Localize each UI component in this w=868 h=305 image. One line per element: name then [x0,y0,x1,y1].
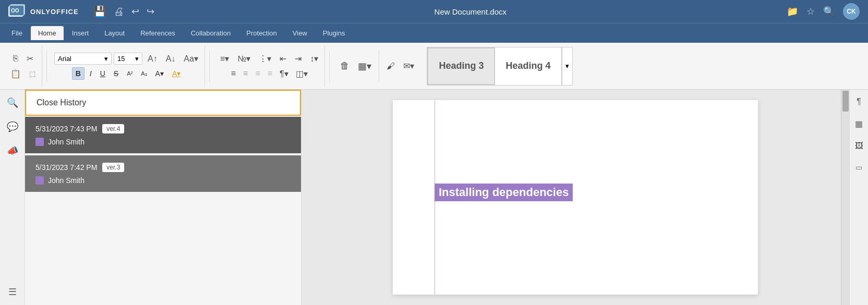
version-date-4: 5/31/2023 7:43 PM [35,125,97,133]
menu-plugins[interactable]: Plugins [316,26,353,40]
left-sidebar: 🔍 💬 📣 ☰ [0,90,25,305]
font-color-btn[interactable]: A▾ [169,68,184,79]
heading-styles-dropdown[interactable]: ▾ [562,47,572,85]
version-user-4: John Smith [35,138,291,146]
user-avatar[interactable]: CK [843,3,860,20]
paragraph-mark-btn[interactable]: ¶▾ [276,67,292,80]
close-history-button[interactable]: Close History [25,90,301,116]
style-tools-group: 🗑 ▦▾ 🖌 ✉▾ [334,45,420,87]
menu-collaboration[interactable]: Collaboration [184,26,238,40]
mail-merge-btn[interactable]: ✉▾ [400,59,417,72]
version-username-4: John Smith [48,138,85,146]
decrease-font-btn[interactable]: A↓ [163,53,179,65]
number-list-btn[interactable]: №▾ [234,52,254,65]
version-username-3: John Smith [48,176,85,185]
right-table-icon[interactable]: ▦ [853,117,865,131]
sidebar-comment-icon[interactable]: 💬 [5,119,20,135]
history-panel: Close History 5/31/2023 7:43 PM ver.4 Jo… [25,90,302,305]
sidebar-menu-icon[interactable]: ☰ [6,284,19,300]
open-location-icon[interactable]: 📁 [787,6,798,17]
clipboard-group: ⎘ ✂ 📋 ⬚ [4,45,42,87]
divider-1 [46,51,47,82]
sidebar-chat-icon[interactable]: 📣 [5,143,20,158]
strikethrough-btn[interactable]: S [111,68,122,79]
undo-icon[interactable]: ↩ [131,6,139,17]
bullet-list-btn[interactable]: ≡▾ [217,52,232,65]
redo-icon[interactable]: ↪ [147,6,154,17]
app-logo: OO ONLYOFFICE [8,4,79,19]
user-color-box-4 [35,138,44,146]
scroll-thumb[interactable] [842,91,849,112]
cut-btn[interactable]: ✂ [23,52,37,65]
align-center-btn[interactable]: ≡ [240,67,251,80]
align-right-btn[interactable]: ≡ [252,67,263,80]
subscript-btn[interactable]: A₂ [138,69,150,79]
font-name-select[interactable]: Arial ▾ [54,53,112,65]
menu-file[interactable]: File [4,26,30,40]
highlight-btn[interactable]: A▾ [152,68,167,79]
version-badge-3: ver.3 [102,163,124,172]
copy-style-btn[interactable]: 🖌 [383,60,398,72]
sidebar-search-icon[interactable]: 🔍 [5,95,20,111]
svg-text:OO: OO [11,8,19,14]
increase-indent-btn[interactable]: ⇥ [292,52,305,65]
italic-btn[interactable]: I [87,68,95,79]
superscript-btn[interactable]: A² [124,69,136,78]
print-icon[interactable]: 🖨 [114,6,124,18]
heading-styles-panel: Heading 3 Heading 4 ▾ [427,47,572,86]
case-btn[interactable]: Aa▾ [180,52,201,65]
copy-btn[interactable]: ⎘ [10,52,21,65]
menu-view[interactable]: View [285,26,315,40]
right-image-icon[interactable]: 🖼 [853,139,865,153]
document-title: New Document.docx [163,7,778,16]
menu-references[interactable]: References [133,26,182,40]
increase-font-btn[interactable]: A↑ [144,53,161,65]
document-margin-line [435,100,435,295]
version-badge-4: ver.4 [102,124,124,133]
main-area: 🔍 💬 📣 ☰ Close History 5/31/2023 7:43 PM … [0,90,868,305]
paste-btn[interactable]: 📋 [7,67,24,80]
document-page: Installing dependencies [393,100,758,295]
align-justify-btn[interactable]: ≡ [264,67,275,80]
list-group: ≡▾ №▾ ⋮▾ ⇤ ⇥ ↕▾ ≡ ≡ ≡ ≡ ¶▾ ◫▾ [214,45,326,87]
document-content-area: Installing dependencies [302,90,849,305]
divider-4 [379,51,379,82]
save-icon[interactable]: 💾 [93,5,106,18]
decrease-indent-btn[interactable]: ⇤ [276,52,290,65]
right-sidebar: ¶ ▦ 🖼 ▭ [849,90,868,305]
menu-protection[interactable]: Protection [239,26,284,40]
menu-bar: File Home Insert Layout References Colla… [0,23,868,43]
multilevel-list-btn[interactable]: ⋮▾ [256,52,274,65]
search-icon[interactable]: 🔍 [823,6,835,17]
shading-btn[interactable]: ◫▾ [293,67,311,80]
format-painter-btn[interactable]: ⬚ [26,68,39,79]
divider-3 [329,51,330,82]
version-header-4: 5/31/2023 7:43 PM ver.4 [35,124,291,133]
divider-2 [209,51,210,82]
clear-format-btn[interactable]: 🗑 [337,59,353,73]
heading3-style[interactable]: Heading 3 [427,47,495,85]
highlighted-heading: Installing dependencies [435,184,573,201]
heading4-style[interactable]: Heading 4 [495,47,561,85]
line-spacing-btn[interactable]: ↕▾ [307,52,321,65]
align-left-btn[interactable]: ≡ [228,67,239,80]
user-color-box-3 [35,176,44,185]
ribbon: ⎘ ✂ 📋 ⬚ Arial ▾ 15 ▾ A↑ A↓ Aa▾ B I U [0,43,868,90]
menu-insert[interactable]: Insert [65,26,97,40]
menu-home[interactable]: Home [31,26,64,40]
right-paragraph-icon[interactable]: ¶ [854,95,863,108]
right-form-icon[interactable]: ▭ [853,161,864,174]
borders-btn[interactable]: ▦▾ [355,59,375,74]
document-body: Installing dependencies [435,184,716,201]
underline-btn[interactable]: U [97,68,108,79]
version-item-3[interactable]: 5/31/2023 7:42 PM ver.3 John Smith [25,155,301,192]
menu-layout[interactable]: Layout [97,26,132,40]
font-group: Arial ▾ 15 ▾ A↑ A↓ Aa▾ B I U S A² A₂ A▾ … [51,45,205,87]
vertical-scrollbar[interactable] [841,90,849,305]
bold-btn[interactable]: B [72,67,85,80]
version-date-3: 5/31/2023 7:42 PM [35,163,97,172]
favorite-icon[interactable]: ☆ [806,6,815,17]
titlebar-tools: 💾 🖨 ↩ ↪ [93,5,154,18]
font-size-select[interactable]: 15 ▾ [114,53,142,65]
version-item-4[interactable]: 5/31/2023 7:43 PM ver.4 John Smith [25,117,301,153]
